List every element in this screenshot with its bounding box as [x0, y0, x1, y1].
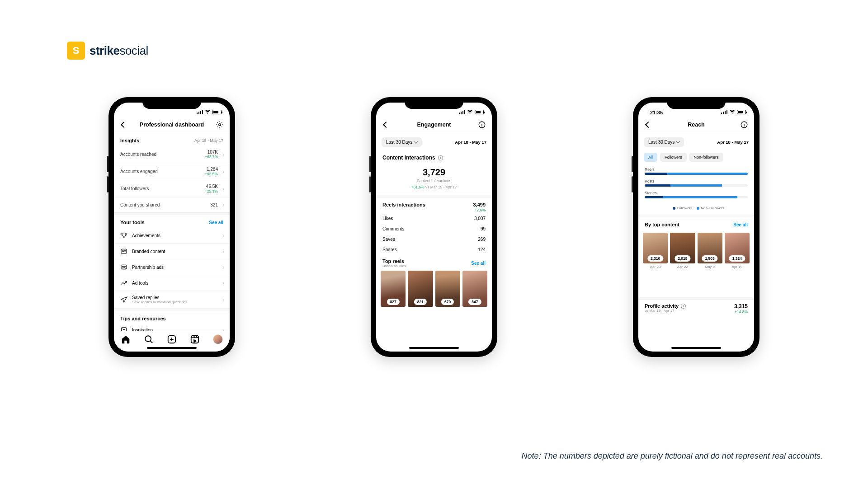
- chart-legend: FollowersNon-Followers: [638, 205, 754, 215]
- profile-activity-row[interactable]: Profile activityi vs Mar 19 - Apr 17 3,3…: [638, 300, 754, 318]
- status-time: 21:35: [646, 110, 666, 115]
- chevron-right-icon: ›: [220, 296, 227, 303]
- date-filter-dropdown[interactable]: Last 30 Days: [644, 137, 684, 147]
- partnership-icon: [120, 263, 127, 271]
- profile-activity-change: +14.8%: [734, 310, 748, 314]
- reel-thumbnail[interactable]: 821: [408, 271, 433, 307]
- svg-point-2: [123, 251, 124, 252]
- wifi-icon: [205, 109, 211, 115]
- info-icon[interactable]: [477, 120, 486, 129]
- total-interactions-value: 3,729: [376, 163, 492, 178]
- back-icon[interactable]: [382, 120, 391, 129]
- page-title: Professional dashboard: [128, 122, 215, 128]
- trophy-icon: [120, 232, 127, 239]
- settings-icon[interactable]: [215, 120, 224, 129]
- insights-date-range: Apr 18 - May 17: [194, 138, 223, 143]
- by-top-content-heading: By top content: [645, 222, 679, 227]
- see-all-tools-link[interactable]: See all: [209, 220, 223, 225]
- top-content-item[interactable]: 2,310Apr 23: [643, 233, 668, 269]
- your-tools-heading: Your tools: [120, 220, 145, 225]
- reels-interactions-change: +7.6%: [475, 208, 486, 212]
- search-icon[interactable]: [144, 334, 154, 344]
- reels-interactions-value: 3,499: [473, 202, 486, 207]
- branded-icon: [120, 248, 127, 255]
- date-filter-dropdown[interactable]: Last 30 Days: [382, 137, 422, 147]
- info-icon[interactable]: [740, 120, 749, 129]
- footnote-text: Note: The numbers depicted are purely fi…: [522, 451, 823, 461]
- back-icon[interactable]: [119, 120, 128, 129]
- back-icon[interactable]: [644, 120, 653, 129]
- chevron-right-icon: ›: [220, 168, 227, 175]
- tool-saved-replies[interactable]: Saved repliesSave replies to common ques…: [114, 291, 230, 309]
- adtools-icon: [120, 279, 127, 286]
- date-range-label: Apr 18 - May 17: [455, 140, 486, 145]
- reels-icon[interactable]: [190, 334, 200, 344]
- home-icon[interactable]: [121, 334, 131, 344]
- battery-icon: [475, 110, 484, 114]
- chevron-down-icon: [414, 140, 417, 145]
- tips-heading: Tips and resources: [120, 316, 166, 321]
- reel-thumbnail[interactable]: 827: [381, 271, 406, 307]
- stat-shares: Shares124: [376, 244, 492, 255]
- reach-bar-chart: Reels Posts Stories: [638, 165, 754, 205]
- svg-point-7: [145, 336, 151, 342]
- battery-icon: [737, 110, 746, 114]
- metric-content-shared[interactable]: Content you shared 321 ›: [114, 197, 230, 212]
- chevron-down-icon: [676, 140, 679, 145]
- tool-partnership-ads[interactable]: Partnership ads ›: [114, 259, 230, 275]
- segment-followers[interactable]: Followers: [660, 153, 687, 162]
- chevron-right-icon: ›: [220, 248, 227, 255]
- segment-all[interactable]: All: [644, 153, 657, 162]
- tool-ad-tools[interactable]: Ad tools ›: [114, 275, 230, 291]
- segment-non-followers[interactable]: Non-followers: [689, 153, 723, 162]
- see-all-top-content-link[interactable]: See all: [733, 222, 748, 227]
- chevron-right-icon: ›: [220, 232, 227, 239]
- phone-reach: 21:35 Reach Last 30 Days Apr 18 - May 17: [633, 97, 760, 357]
- page-title: Reach: [653, 122, 740, 128]
- see-all-reels-link[interactable]: See all: [471, 261, 486, 266]
- top-content-item[interactable]: 1,503May 9: [698, 233, 722, 269]
- phone-engagement: Engagement Last 30 Days Apr 18 - May 17 …: [371, 97, 497, 357]
- metric-total-followers[interactable]: Total followers 46.5K+22.1% ›: [114, 180, 230, 197]
- chevron-right-icon: ›: [220, 201, 227, 208]
- chevron-right-icon: ›: [220, 185, 227, 192]
- svg-point-4: [123, 266, 124, 267]
- screen-header: Reach: [638, 116, 754, 133]
- info-icon[interactable]: i: [681, 304, 686, 309]
- reels-interactions-heading: Reels interactions: [382, 202, 425, 212]
- battery-icon: [212, 110, 222, 114]
- chevron-right-icon: ›: [220, 263, 227, 271]
- top-content-item[interactable]: 2,018Apr 22: [670, 233, 695, 269]
- page-title: Engagement: [391, 122, 477, 128]
- stat-comments: Comments99: [376, 224, 492, 234]
- reel-thumbnail[interactable]: 347: [462, 271, 487, 307]
- info-icon[interactable]: i: [438, 155, 443, 160]
- brand-logo: S strikesocial: [67, 42, 148, 60]
- svg-point-5: [124, 266, 126, 267]
- tool-branded-content[interactable]: Branded content ›: [114, 244, 230, 259]
- profile-activity-value: 3,315: [734, 303, 748, 310]
- date-range-label: Apr 18 - May 17: [717, 140, 749, 145]
- brand-logo-text: strikesocial: [90, 44, 148, 58]
- chevron-right-icon: ›: [220, 151, 227, 158]
- wifi-icon: [467, 109, 473, 115]
- svg-rect-3: [121, 265, 127, 269]
- metric-accounts-reached[interactable]: Accounts reached 107K+62.7% ›: [114, 146, 230, 163]
- chevron-right-icon: ›: [220, 279, 227, 286]
- create-icon[interactable]: [167, 334, 177, 344]
- screen-header: Professional dashboard: [114, 116, 230, 133]
- insights-heading: Insights: [120, 138, 139, 143]
- stat-saves: Saves269: [376, 234, 492, 244]
- saved-replies-icon: [120, 296, 127, 303]
- stat-likes: Likes3,007: [376, 213, 492, 224]
- total-interactions-label: Content Interactions: [376, 178, 492, 185]
- tool-achievements[interactable]: Achievements ›: [114, 228, 230, 244]
- metric-accounts-engaged[interactable]: Accounts engaged 1,284+92.5% ›: [114, 163, 230, 180]
- phone-dashboard: Professional dashboard Insights Apr 18 -…: [108, 97, 235, 357]
- signal-icon: [459, 110, 466, 114]
- reel-thumbnail[interactable]: 670: [435, 271, 460, 307]
- top-content-item[interactable]: 1,324Apr 19: [725, 233, 750, 269]
- svg-point-0: [219, 123, 221, 126]
- profile-avatar-icon[interactable]: [213, 334, 223, 344]
- total-interactions-change: +61.6% vs Mar 19 - Apr 17: [376, 185, 492, 195]
